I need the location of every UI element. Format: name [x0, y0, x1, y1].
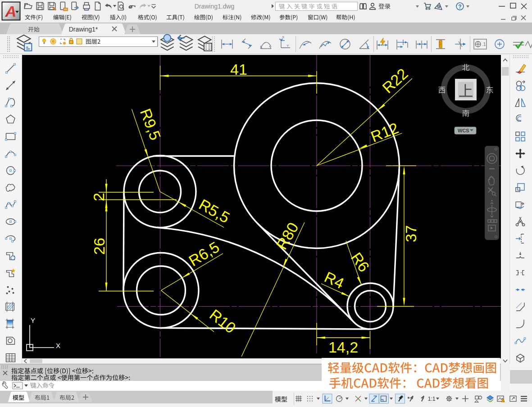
svg-text:Y: Y	[31, 317, 35, 324]
svg-text:41: 41	[230, 61, 247, 78]
svg-text:26: 26	[91, 238, 108, 255]
svg-text:Y: Y	[286, 44, 289, 48]
svg-text:.1: .1	[482, 42, 486, 47]
svg-text:X: X	[282, 35, 285, 39]
svg-text:X: X	[56, 342, 60, 349]
svg-text:A: A	[5, 3, 17, 20]
svg-text:37: 37	[402, 225, 419, 242]
svg-text:WCS: WCS	[458, 128, 469, 133]
svg-text:Drawing1.dwg: Drawing1.dwg	[195, 3, 235, 10]
svg-text:?: ?	[458, 4, 461, 10]
svg-text:14,2: 14,2	[328, 339, 358, 356]
svg-text:2: 2	[90, 193, 107, 201]
svg-text:Drawing1*: Drawing1*	[69, 26, 98, 33]
svg-text:1:1: 1:1	[428, 396, 436, 402]
